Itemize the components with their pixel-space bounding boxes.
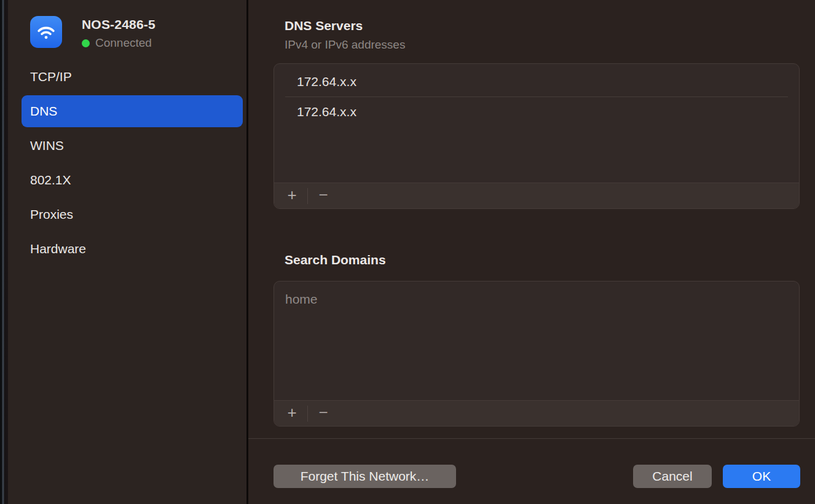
dns-server-entry[interactable]: 172.64.x.x — [274, 67, 799, 96]
search-domains-toolbar: + − — [274, 400, 799, 426]
connected-status-label: Connected — [95, 36, 152, 50]
dns-remove-button[interactable]: − — [311, 186, 336, 207]
search-domains-listbox: home + − — [274, 281, 800, 427]
dns-servers-listbox: 172.64.x.x 172.64.x.x + − — [274, 63, 800, 209]
sidebar-item-hardware[interactable]: Hardware — [22, 233, 243, 265]
sidebar-item-8021x[interactable]: 802.1X — [22, 164, 243, 196]
network-name: NOS-2486-5 — [82, 17, 156, 32]
network-status: Connected — [82, 36, 152, 50]
dns-server-entry[interactable]: 172.64.x.x — [274, 97, 799, 127]
sidebar-item-wins[interactable]: WINS — [22, 130, 243, 162]
sidebar: NOS-2486-5 Connected TCP/IP DNS WINS 802… — [8, 0, 246, 504]
sidebar-item-proxies[interactable]: Proxies — [22, 199, 243, 230]
search-add-button[interactable]: + — [280, 403, 304, 424]
search-domain-entry[interactable]: home — [274, 285, 799, 314]
cancel-button[interactable]: Cancel — [633, 465, 712, 488]
dns-servers-subtitle: IPv4 or IPv6 addresses — [285, 38, 405, 52]
search-domains-title: Search Domains — [285, 253, 386, 267]
toolbar-separator — [307, 188, 308, 204]
forget-network-button[interactable]: Forget This Network… — [274, 465, 456, 488]
wifi-icon — [30, 16, 62, 48]
sidebar-list: TCP/IP DNS WINS 802.1X Proxies Hardware — [22, 61, 243, 267]
window-left-edge — [0, 0, 8, 504]
main-panel: DNS Servers IPv4 or IPv6 addresses 172.6… — [248, 0, 815, 504]
dns-servers-toolbar: + − — [274, 183, 799, 208]
dns-servers-rows: 172.64.x.x 172.64.x.x — [274, 64, 799, 127]
ok-button[interactable]: OK — [723, 465, 800, 488]
dns-add-button[interactable]: + — [280, 186, 304, 207]
search-domains-rows: home — [274, 282, 799, 314]
sidebar-item-tcpip[interactable]: TCP/IP — [22, 61, 243, 93]
dns-servers-title: DNS Servers — [285, 18, 363, 33]
toolbar-separator — [307, 406, 308, 422]
search-remove-button[interactable]: − — [311, 403, 336, 424]
sidebar-item-dns[interactable]: DNS — [22, 95, 243, 127]
footer-divider — [248, 438, 815, 439]
connected-status-dot — [82, 39, 90, 47]
